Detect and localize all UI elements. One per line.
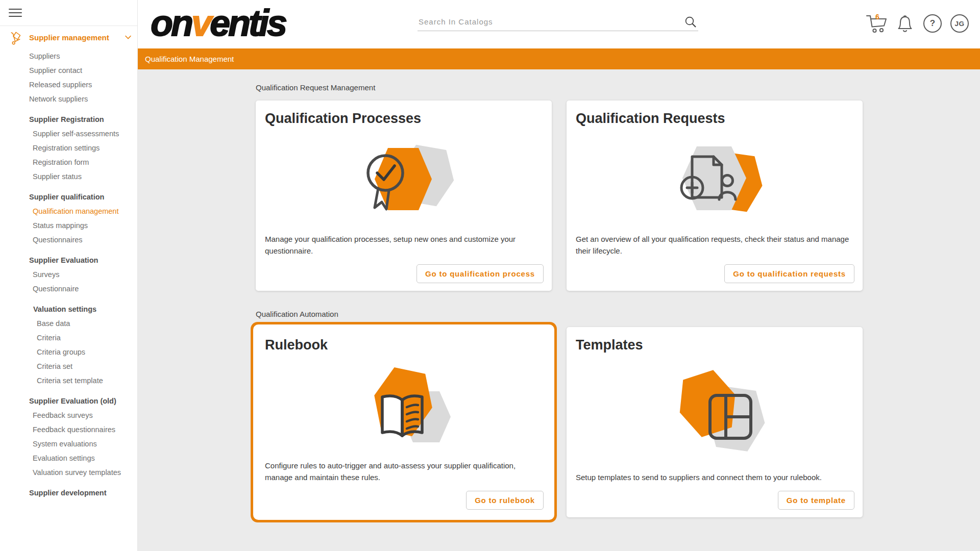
notifications-button[interactable] — [895, 13, 915, 34]
sidebar-item-supplier-self-assessments[interactable]: Supplier self-assessments — [0, 127, 137, 141]
sidebar-divider — [0, 26, 137, 26]
sidebar-item-feedback-surveys[interactable]: Feedback surveys — [0, 408, 137, 422]
search-input[interactable] — [418, 14, 698, 31]
sidebar-root-label: Supplier management — [29, 33, 109, 42]
sidebar-item-valuation-survey-templates[interactable]: Valuation survey templates — [0, 465, 137, 480]
sidebar-root-supplier-management[interactable]: Supplier management — [0, 31, 137, 46]
sidebar-item-surveys[interactable]: Surveys — [0, 267, 137, 282]
section-label-request-management: Qualification Request Management — [256, 83, 980, 92]
go-to-qualification-requests-button[interactable]: Go to qualification requests — [724, 264, 854, 283]
logo-accent-v: v — [191, 3, 210, 43]
card-title: Templates — [576, 337, 854, 353]
sidebar-header-supplier-evaluation: Supplier Evaluation — [0, 253, 137, 267]
main-content: Qualification Request Management Qualifi… — [138, 69, 980, 551]
catalog-search — [418, 14, 698, 31]
sidebar-item-base-data[interactable]: Base data — [0, 316, 137, 331]
card-description: Manage your qualification processes, set… — [265, 234, 544, 257]
qualification-processes-illustration — [265, 127, 544, 234]
cart-button[interactable]: 6 — [865, 12, 889, 35]
card-title: Qualification Requests — [576, 111, 854, 127]
card-row-automation: Rulebook — [256, 327, 980, 517]
sidebar-item-criteria-set[interactable]: Criteria set — [0, 359, 137, 373]
card-title: Qualification Processes — [265, 111, 544, 127]
sidebar-item-criteria-groups[interactable]: Criteria groups — [0, 345, 137, 359]
card-description: Setup templates to send to suppliers and… — [576, 472, 854, 484]
card-qualification-requests: Qualification Requests Get an overview o — [567, 101, 863, 291]
card-row-request-management: Qualification Processes Manage your qual… — [256, 101, 980, 291]
section-label-automation: Qualification Automation — [256, 310, 980, 318]
sidebar: Supplier management Suppliers Supplier c… — [0, 0, 138, 551]
rulebook-illustration — [265, 353, 544, 460]
qualification-requests-illustration — [576, 127, 854, 234]
sidebar-item-evaluation-settings[interactable]: Evaluation settings — [0, 451, 137, 465]
sidebar-item-qualification-management[interactable]: Qualification management — [0, 204, 137, 218]
sidebar-item-criteria-set-template[interactable]: Criteria set template — [0, 373, 137, 388]
card-templates: Templates Setup templates to send to sup… — [567, 327, 863, 517]
sidebar-header-supplier-registration: Supplier Registration — [0, 112, 137, 127]
chevron-down-icon[interactable] — [125, 35, 131, 39]
sidebar-item-feedback-questionnaires[interactable]: Feedback questionnaires — [0, 422, 137, 437]
avatar-initials: JG — [950, 14, 969, 33]
open-book-hexagon-icon — [350, 363, 459, 450]
page-title: Qualification Management — [138, 48, 980, 69]
hamburger-menu-icon[interactable] — [9, 9, 22, 18]
search-icon[interactable] — [684, 15, 697, 29]
topbar-icon-group: 6 ? JG — [865, 12, 970, 35]
logo-text-left: on — [151, 3, 191, 43]
go-to-qualification-process-button[interactable]: Go to qualification process — [416, 264, 544, 283]
layout-grid-hexagon-icon — [660, 369, 770, 456]
cart-count-badge: 6 — [875, 13, 879, 21]
question-mark-icon: ? — [923, 14, 942, 33]
sidebar-nav-list: Suppliers Supplier contact Released supp… — [0, 49, 137, 500]
sidebar-item-registration-form[interactable]: Registration form — [0, 155, 137, 169]
logo-text-right: entis — [210, 3, 285, 43]
sidebar-item-system-evaluations[interactable]: System evaluations — [0, 437, 137, 451]
card-qualification-processes: Qualification Processes Manage your qual… — [256, 101, 552, 291]
sidebar-item-supplier-status[interactable]: Supplier status — [0, 169, 137, 184]
card-description: Get an overview of all your qualificatio… — [576, 234, 854, 257]
sidebar-item-supplier-contact[interactable]: Supplier contact — [0, 63, 137, 78]
bell-icon — [895, 13, 915, 34]
sidebar-header-supplier-development: Supplier development — [0, 486, 137, 500]
document-add-person-hexagon-icon — [660, 137, 770, 223]
sidebar-item-suppliers[interactable]: Suppliers — [0, 49, 137, 63]
sidebar-header-supplier-qualification: Supplier qualification — [0, 190, 137, 204]
templates-illustration — [576, 353, 854, 472]
go-to-template-button[interactable]: Go to template — [778, 491, 854, 510]
card-description: Configure rules to auto-trigger and auto… — [265, 460, 544, 483]
help-button[interactable]: ? — [923, 14, 942, 33]
go-to-rulebook-button[interactable]: Go to rulebook — [466, 491, 544, 510]
sidebar-item-registration-settings[interactable]: Registration settings — [0, 141, 137, 155]
sidebar-item-released-suppliers[interactable]: Released suppliers — [0, 78, 137, 92]
onventis-logo[interactable]: onventis — [151, 5, 285, 41]
sidebar-item-questionnaires[interactable]: Questionnaires — [0, 233, 137, 247]
card-rulebook: Rulebook — [256, 327, 552, 517]
sidebar-header-valuation-settings: Valuation settings — [0, 302, 137, 316]
card-title: Rulebook — [265, 337, 544, 353]
sidebar-item-network-suppliers[interactable]: Network suppliers — [0, 92, 137, 106]
topbar: onventis 6 ? JG — [138, 0, 980, 48]
sidebar-header-supplier-evaluation-old: Supplier Evaluation (old) — [0, 394, 137, 408]
sidebar-item-criteria[interactable]: Criteria — [0, 331, 137, 345]
user-avatar[interactable]: JG — [949, 14, 970, 33]
breadcrumb-bar: Qualification Management — [138, 48, 980, 69]
medal-check-hexagon-icon — [350, 137, 459, 223]
hand-truck-icon — [7, 30, 22, 45]
sidebar-item-status-mappings[interactable]: Status mappings — [0, 218, 137, 233]
sidebar-item-questionnaire[interactable]: Questionnaire — [0, 282, 137, 296]
